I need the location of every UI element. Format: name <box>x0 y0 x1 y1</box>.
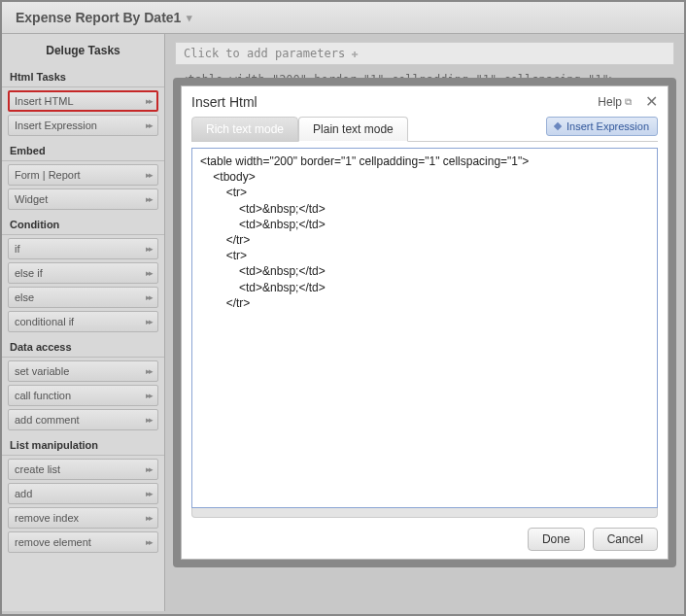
arrow-icon: ▸▸ <box>146 170 152 180</box>
arrow-icon: ▸▸ <box>146 464 152 474</box>
arrow-icon: ▸▸ <box>146 366 152 376</box>
plus-icon[interactable]: ✚ <box>351 47 358 60</box>
sidebar-title: Deluge Tasks <box>2 38 164 65</box>
arrow-icon: ▸▸ <box>146 292 152 302</box>
tab-plain-text[interactable]: Plain text mode <box>298 117 408 142</box>
page-header: Expense Report By Date1 ▾ <box>2 2 684 34</box>
insert-expression-button[interactable]: Insert Expression <box>546 117 658 136</box>
help-link[interactable]: Help ⧉ <box>598 95 632 109</box>
task-else-if[interactable]: else if▸▸ <box>8 262 158 284</box>
arrow-icon: ▸▸ <box>146 244 152 254</box>
section-head-data-access: Data access <box>2 335 164 358</box>
task-if[interactable]: if▸▸ <box>8 238 158 259</box>
arrow-icon: ▸▸ <box>146 489 152 498</box>
task-insert-html[interactable]: Insert HTML▸▸ <box>8 90 158 112</box>
section-head-list-manip: List manipulation <box>2 433 164 456</box>
param-placeholder: Click to add parameters <box>184 47 345 60</box>
arrow-icon: ▸▸ <box>146 391 152 400</box>
task-remove-element[interactable]: remove element▸▸ <box>8 531 158 553</box>
page-title: Expense Report By Date1 <box>16 10 181 25</box>
arrow-icon: ▸▸ <box>146 537 152 547</box>
diamond-icon <box>554 122 562 130</box>
done-button[interactable]: Done <box>528 528 585 551</box>
arrow-icon: ▸▸ <box>146 268 152 278</box>
arrow-icon: ▸▸ <box>146 415 152 425</box>
param-bar[interactable]: Click to add parameters ✚ <box>175 42 674 65</box>
task-insert-expression[interactable]: Insert Expression▸▸ <box>8 115 158 136</box>
arrow-icon: ▸▸ <box>146 120 152 130</box>
close-icon[interactable]: ✕ <box>645 94 658 110</box>
arrow-icon: ▸▸ <box>146 96 152 106</box>
html-editor[interactable] <box>191 148 658 508</box>
chevron-down-icon[interactable]: ▾ <box>187 12 192 24</box>
section-head-condition: Condition <box>2 213 164 235</box>
cancel-button[interactable]: Cancel <box>593 528 658 551</box>
insert-html-dialog: Insert Html Help ⧉ ✕ Rich text mode Plai… <box>181 86 669 560</box>
task-add-comment[interactable]: add comment▸▸ <box>8 409 158 430</box>
external-link-icon: ⧉ <box>625 96 632 108</box>
task-create-list[interactable]: create list▸▸ <box>8 459 158 480</box>
tab-rich-text[interactable]: Rich text mode <box>191 117 298 142</box>
task-set-variable[interactable]: set variable▸▸ <box>8 360 158 382</box>
sidebar: Deluge Tasks Html Tasks Insert HTML▸▸ In… <box>2 34 165 611</box>
dialog-title: Insert Html <box>191 94 257 110</box>
task-widget[interactable]: Widget▸▸ <box>8 188 158 210</box>
task-add[interactable]: add▸▸ <box>8 483 158 504</box>
arrow-icon: ▸▸ <box>146 194 152 204</box>
task-form-report[interactable]: Form | Report▸▸ <box>8 164 158 186</box>
arrow-icon: ▸▸ <box>146 317 152 326</box>
tab-row: Rich text mode Plain text mode Insert Ex… <box>191 116 658 142</box>
task-remove-index[interactable]: remove index▸▸ <box>8 507 158 529</box>
task-else[interactable]: else▸▸ <box>8 287 158 308</box>
scrollbar-horizontal[interactable] <box>191 508 658 518</box>
dialog-overlay: Insert Html Help ⧉ ✕ Rich text mode Plai… <box>173 78 676 567</box>
section-head-embed: Embed <box>2 139 164 161</box>
task-conditional-if[interactable]: conditional if▸▸ <box>8 311 158 332</box>
section-head-html: Html Tasks <box>2 65 164 87</box>
arrow-icon: ▸▸ <box>146 513 152 523</box>
task-call-function[interactable]: call function▸▸ <box>8 385 158 406</box>
